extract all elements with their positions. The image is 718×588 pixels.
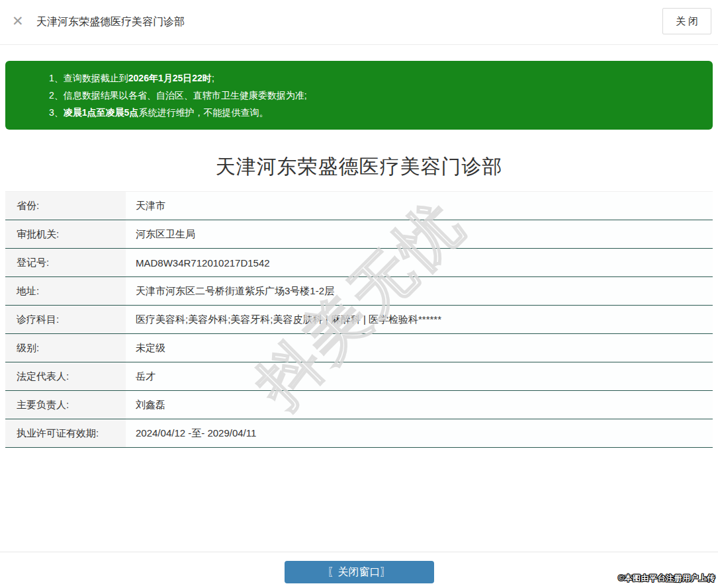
notice-item-number: 2、 [49, 90, 64, 101]
close-window-button[interactable]: 〖关闭窗口〗 [285, 561, 434, 583]
row-label: 地址: [5, 277, 126, 305]
detail-table: 省份: 天津市 审批机关: 河东区卫生局 登记号: MAD8W34R712010… [5, 191, 713, 448]
table-row: 地址: 天津市河东区二号桥街道紫乐广场3号楼1-2层 [5, 277, 713, 306]
table-row: 主要负责人: 刘鑫磊 [5, 391, 713, 419]
page-title: 天津河东荣盛德医疗美容门诊部 [0, 153, 718, 181]
row-label: 法定代表人: [5, 362, 126, 390]
row-label: 主要负责人: [5, 391, 126, 419]
row-value: 刘鑫磊 [126, 391, 713, 419]
table-row: 登记号: MAD8W34R712010217D1542 [5, 249, 713, 277]
row-label: 执业许可证有效期: [5, 419, 126, 447]
notice-item-number: 1、 [49, 73, 64, 83]
row-value: 天津市河东区二号桥街道紫乐广场3号楼1-2层 [126, 277, 713, 305]
table-row: 级别: 未定级 [5, 334, 713, 362]
table-row: 审批机关: 河东区卫生局 [5, 220, 713, 249]
notice-item-number: 3、 [49, 107, 64, 118]
row-value: MAD8W34R712010217D1542 [126, 249, 713, 276]
footer-divider [0, 552, 718, 552]
row-value: 2024/04/12 -至- 2029/04/11 [126, 419, 713, 447]
notice-banner: 1、查询数据截止到2026年1月25日22时; 2、信息数据结果以各省、自治区、… [5, 61, 713, 130]
row-value: 未定级 [126, 334, 713, 362]
row-value: 河东区卫生局 [126, 220, 713, 248]
notice-text-bold: 凌晨1点至凌晨5点 [64, 107, 139, 118]
license-detail-page: ✕ 天津河东荣盛德医疗美容门诊部 关 闭 1、查询数据截止到2026年1月25日… [0, 0, 718, 588]
copyright-watermark: ©本图由平台注册用户上传 [618, 573, 715, 584]
row-value: 天津市 [126, 192, 713, 220]
row-label: 省份: [5, 192, 126, 220]
notice-item: 2、信息数据结果以各省、自治区、直辖市卫生健康委数据为准; [49, 87, 699, 104]
row-label: 级别: [5, 334, 126, 362]
window-title: 天津河东荣盛德医疗美容门诊部 [36, 15, 185, 29]
notice-text-segment: 信息数据结果以各省、自治区、直辖市卫生健康委数据为准; [64, 90, 307, 101]
close-x-icon[interactable]: ✕ [12, 14, 24, 28]
table-row: 执业许可证有效期: 2024/04/12 -至- 2029/04/11 [5, 419, 713, 448]
table-row: 省份: 天津市 [5, 192, 713, 220]
notice-text-bold: 2026年1月25日22时 [128, 73, 212, 83]
top-bar: ✕ 天津河东荣盛德医疗美容门诊部 关 闭 [0, 0, 718, 45]
row-value: 医疗美容科;美容外科;美容牙科;美容皮肤科 | 麻醉科 | 医学检验科*****… [126, 306, 713, 333]
table-row: 法定代表人: 岳才 [5, 362, 713, 391]
notice-text-segment: 系统进行维护，不能提供查询。 [138, 107, 268, 118]
notice-item: 1、查询数据截止到2026年1月25日22时; [49, 69, 699, 87]
row-label: 诊疗科目: [5, 306, 126, 333]
row-label: 审批机关: [5, 220, 126, 248]
row-value: 岳才 [126, 362, 713, 390]
notice-text-segment: ; [212, 73, 214, 83]
table-row: 诊疗科目: 医疗美容科;美容外科;美容牙科;美容皮肤科 | 麻醉科 | 医学检验… [5, 306, 713, 334]
notice-item: 3、凌晨1点至凌晨5点系统进行维护，不能提供查询。 [49, 104, 699, 121]
notice-text-segment: 查询数据截止到 [64, 73, 128, 83]
close-button[interactable]: 关 闭 [662, 8, 711, 34]
row-label: 登记号: [5, 249, 126, 276]
